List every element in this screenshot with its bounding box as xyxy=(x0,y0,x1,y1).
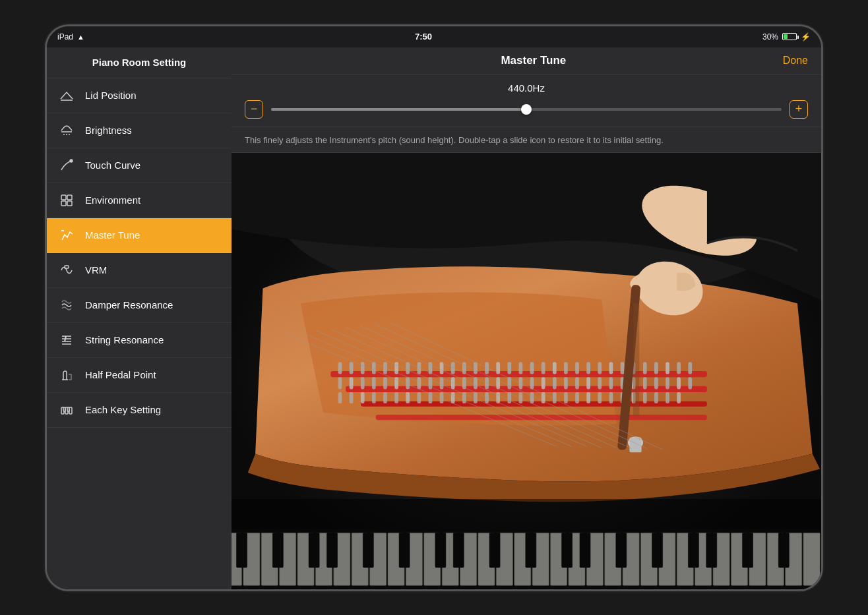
sidebar-item-environment[interactable]: Environment xyxy=(47,183,232,218)
svg-rect-48 xyxy=(575,362,579,374)
svg-rect-29 xyxy=(361,362,365,374)
svg-rect-87 xyxy=(654,377,658,389)
svg-rect-61 xyxy=(361,377,365,389)
sidebar-title: Piano Room Setting xyxy=(92,57,187,68)
svg-rect-83 xyxy=(609,377,613,389)
svg-rect-96 xyxy=(394,392,398,403)
sidebar-item-master-tune[interactable]: Master Tune xyxy=(47,218,232,253)
svg-rect-88 xyxy=(666,377,669,389)
sidebar: Piano Room Setting Lid Position xyxy=(47,47,232,589)
svg-rect-121 xyxy=(677,392,681,403)
svg-rect-71 xyxy=(474,377,478,389)
battery-icon xyxy=(782,33,797,40)
svg-rect-62 xyxy=(372,377,376,389)
svg-rect-36 xyxy=(440,362,444,374)
ipad-label: iPad xyxy=(57,32,73,42)
svg-rect-47 xyxy=(564,362,568,374)
svg-rect-46 xyxy=(553,362,557,374)
svg-rect-103 xyxy=(474,392,478,403)
svg-rect-26 xyxy=(376,415,707,420)
svg-rect-90 xyxy=(688,377,692,389)
sidebar-header: Piano Room Setting xyxy=(47,47,232,78)
sidebar-item-each-key-setting[interactable]: Each Key Setting xyxy=(47,393,232,428)
battery-percent: 30% xyxy=(762,32,778,42)
vrm-label: VRM xyxy=(85,264,107,276)
tune-hz-display: 440.0Hz xyxy=(245,82,808,94)
svg-rect-54 xyxy=(643,362,647,374)
right-panel-title: Master Tune xyxy=(501,54,566,67)
svg-rect-114 xyxy=(598,392,602,403)
master-tune-label: Master Tune xyxy=(85,229,140,241)
each-key-setting-label: Each Key Setting xyxy=(85,404,161,415)
svg-rect-81 xyxy=(586,377,590,389)
svg-rect-80 xyxy=(575,377,579,389)
svg-rect-79 xyxy=(564,377,568,389)
status-bar: iPad ▲ 7:50 30% ⚡ xyxy=(47,26,821,47)
main-content: Piano Room Setting Lid Position xyxy=(47,47,821,589)
svg-rect-97 xyxy=(406,392,410,403)
svg-rect-98 xyxy=(418,392,421,403)
description-bar: This finely adjusts the Instrument's pit… xyxy=(232,127,821,153)
touch-curve-icon xyxy=(57,156,76,175)
charging-icon: ⚡ xyxy=(801,32,811,42)
slider-fill xyxy=(271,108,526,111)
svg-rect-179 xyxy=(629,437,641,452)
increase-button[interactable]: + xyxy=(790,100,808,119)
brightness-label: Brightness xyxy=(85,125,132,136)
sidebar-item-touch-curve[interactable]: Touch Curve xyxy=(47,148,232,183)
svg-rect-56 xyxy=(666,362,669,374)
piano-image-area xyxy=(232,153,821,589)
svg-rect-65 xyxy=(406,377,410,389)
slider-thumb[interactable] xyxy=(521,104,532,115)
svg-rect-58 xyxy=(688,362,692,374)
svg-rect-10 xyxy=(65,266,69,268)
sidebar-item-lid-position[interactable]: Lid Position xyxy=(47,78,232,113)
battery-bar xyxy=(782,33,797,40)
svg-rect-120 xyxy=(666,392,669,403)
status-left: iPad ▲ xyxy=(57,32,84,42)
brightness-icon xyxy=(57,121,76,140)
svg-rect-49 xyxy=(586,362,590,374)
description-text: This finely adjusts the Instrument's pit… xyxy=(245,135,664,145)
svg-rect-110 xyxy=(553,392,557,403)
sidebar-item-vrm[interactable]: VRM xyxy=(47,253,232,288)
svg-rect-59 xyxy=(338,377,342,389)
svg-rect-28 xyxy=(350,362,354,374)
svg-rect-119 xyxy=(654,392,658,403)
svg-rect-39 xyxy=(474,362,478,374)
status-right: 30% ⚡ xyxy=(762,32,811,42)
svg-rect-77 xyxy=(542,377,545,389)
svg-rect-190 xyxy=(232,499,821,589)
svg-rect-86 xyxy=(643,377,647,389)
svg-rect-55 xyxy=(654,362,658,374)
string-resonance-label: String Resonance xyxy=(85,334,164,345)
sidebar-item-brightness[interactable]: Brightness xyxy=(47,113,232,148)
slider-track[interactable] xyxy=(271,108,782,111)
tune-control: 440.0Hz − + xyxy=(232,74,821,127)
svg-rect-66 xyxy=(418,377,421,389)
right-panel: Master Tune Done 440.0Hz − + This finely… xyxy=(232,47,821,589)
lid-position-icon xyxy=(57,86,76,105)
svg-rect-82 xyxy=(598,377,602,389)
decrease-button[interactable]: − xyxy=(245,100,263,119)
svg-rect-52 xyxy=(621,362,625,374)
svg-rect-6 xyxy=(61,195,66,200)
svg-rect-108 xyxy=(530,392,534,403)
svg-rect-101 xyxy=(451,392,455,403)
svg-rect-94 xyxy=(372,392,376,403)
piano-svg xyxy=(232,153,821,589)
touch-curve-label: Touch Curve xyxy=(85,160,140,171)
svg-rect-9 xyxy=(67,201,72,206)
sidebar-item-damper-resonance[interactable]: Damper Resonance xyxy=(47,288,232,323)
vrm-icon xyxy=(57,261,76,279)
done-button[interactable]: Done xyxy=(783,55,808,67)
svg-rect-112 xyxy=(575,392,579,403)
environment-label: Environment xyxy=(85,194,140,206)
sidebar-item-half-pedal-point[interactable]: Half Pedal Point xyxy=(47,358,232,393)
svg-rect-45 xyxy=(542,362,545,374)
status-time: 7:50 xyxy=(415,32,432,42)
svg-rect-7 xyxy=(67,195,72,200)
svg-rect-113 xyxy=(586,392,590,403)
sidebar-item-string-resonance[interactable]: String Resonance xyxy=(47,323,232,358)
svg-rect-60 xyxy=(350,377,354,389)
